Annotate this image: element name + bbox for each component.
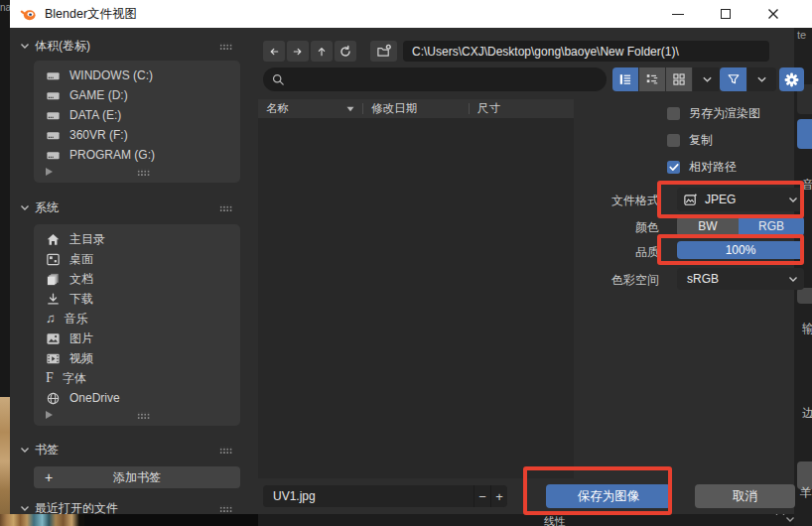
window-titlebar[interactable]: Blender文件视图 — [10, 0, 812, 28]
minimize-button[interactable] — [661, 0, 695, 28]
section-grip-handle[interactable] — [219, 505, 232, 512]
filter-button[interactable] — [720, 67, 746, 91]
checkbox-unchecked[interactable] — [667, 134, 680, 147]
volume-list-item[interactable]: DATA (E:) — [34, 105, 240, 125]
underlay-text-fragment: 输 — [802, 321, 812, 337]
detailed-list-icon — [645, 72, 659, 86]
navigation-button-group — [263, 41, 356, 62]
expand-more-icon[interactable] — [46, 411, 53, 419]
file-list-area[interactable] — [258, 118, 574, 478]
expand-more-icon[interactable] — [46, 168, 53, 176]
color-rgb-button[interactable]: RGB — [739, 216, 804, 236]
forward-button[interactable] — [287, 41, 309, 62]
view-vertical-list-button[interactable] — [612, 67, 638, 91]
image-format-icon — [683, 193, 698, 207]
chevron-down-icon — [788, 197, 798, 203]
maximize-button[interactable] — [709, 0, 743, 28]
file-format-dropdown[interactable]: JPEG — [677, 188, 804, 211]
system-list-item[interactable]: OneDrive — [34, 388, 240, 408]
system-list-item[interactable]: F 字体 — [34, 368, 240, 388]
filename-value: UV1.jpg — [273, 489, 316, 503]
system-list-item[interactable]: 主目录 — [34, 229, 240, 249]
create-new-directory-button[interactable] — [370, 41, 397, 62]
bookmarks-section-header[interactable]: 书签 — [10, 441, 238, 459]
view-detailed-list-button[interactable] — [639, 67, 665, 91]
system-list-item[interactable]: 图片 — [34, 329, 240, 348]
quality-slider[interactable]: 100% — [677, 241, 804, 259]
column-size[interactable]: 尺寸 — [477, 101, 500, 116]
volume-label: WINDOWS (C:) — [69, 68, 153, 82]
copy-option[interactable]: 复制 — [667, 132, 713, 149]
system-list-item[interactable]: 桌面 — [34, 249, 240, 269]
relative-path-option[interactable]: 相对路径 — [667, 159, 737, 176]
drive-icon — [46, 108, 61, 123]
recent-section-title: 最近打开的文件 — [35, 500, 118, 517]
section-grip-handle[interactable] — [219, 447, 232, 454]
volumes-section-header[interactable]: 体积(卷标) — [10, 37, 238, 55]
recent-section-header[interactable]: 最近打开的文件 — [10, 499, 238, 517]
system-item-label: 音乐 — [65, 311, 88, 328]
system-item-label: OneDrive — [69, 391, 120, 405]
add-bookmark-button[interactable]: + 添加书签 — [34, 466, 240, 488]
maximize-icon — [721, 9, 731, 19]
back-button[interactable] — [263, 41, 285, 62]
system-list-item[interactable]: 视频 — [34, 348, 240, 368]
volumes-list: WINDOWS (C:) GAME (D:) DATA (E:) 360VR (… — [34, 61, 240, 183]
onedrive-icon — [46, 391, 61, 406]
font-icon: F — [46, 371, 54, 385]
chevron-down-icon — [788, 276, 798, 283]
display-settings-dropdown[interactable] — [693, 67, 721, 91]
system-item-label: 字体 — [63, 370, 86, 387]
check-icon — [669, 163, 679, 172]
column-name[interactable]: 名称 — [266, 101, 289, 116]
view-thumbnails-button[interactable] — [666, 67, 692, 91]
bw-label: BW — [698, 219, 717, 233]
volume-label: DATA (E:) — [69, 108, 121, 122]
color-bw-button[interactable]: BW — [677, 216, 739, 236]
color-space-dropdown[interactable]: sRGB — [677, 268, 804, 290]
cancel-button[interactable]: 取消 — [695, 484, 795, 508]
system-list-item[interactable]: 下载 — [34, 289, 240, 309]
box-grip-handle[interactable] — [137, 169, 150, 176]
directory-path-field[interactable]: C:\Users\CXJ\Desktop\gong\baoye\New Fold… — [403, 41, 769, 62]
system-list-item[interactable]: 文档 — [34, 269, 240, 289]
drive-icon — [46, 88, 61, 103]
settings-button[interactable] — [779, 67, 804, 91]
color-space-label: 色彩空间 — [566, 272, 659, 289]
video-icon — [46, 351, 61, 366]
section-grip-handle[interactable] — [219, 43, 232, 50]
color-label: 颜色 — [566, 219, 659, 236]
home-icon — [46, 232, 61, 247]
increment-filename-button[interactable]: + — [490, 485, 507, 507]
checkbox-unchecked[interactable] — [667, 107, 680, 120]
system-list-item[interactable]: ♫ 音乐 — [34, 309, 240, 329]
checkbox-checked[interactable] — [667, 161, 680, 174]
decrement-filename-button[interactable]: − — [474, 485, 490, 507]
search-input[interactable] — [263, 67, 607, 91]
system-item-label: 视频 — [69, 350, 93, 367]
directory-path-text: C:\Users\CXJ\Desktop\gong\baoye\New Fold… — [412, 45, 679, 59]
refresh-icon — [338, 45, 352, 59]
section-grip-handle[interactable] — [219, 204, 232, 211]
volume-list-item[interactable]: WINDOWS (C:) — [34, 66, 240, 85]
refresh-button[interactable] — [335, 41, 356, 62]
filter-settings-dropdown[interactable] — [747, 67, 776, 91]
volumes-list-footer — [34, 165, 240, 179]
system-section-header[interactable]: 系统 — [10, 198, 238, 216]
save-as-render-option[interactable]: 另存为渲染图 — [667, 105, 760, 122]
volume-list-item[interactable]: PROGRAM (G:) — [34, 145, 240, 165]
sort-descending-icon[interactable] — [346, 106, 354, 112]
file-format-label: 文件格式 — [566, 193, 659, 209]
parent-directory-button[interactable] — [311, 41, 333, 62]
desktop-icon — [46, 252, 61, 267]
arrow-left-icon — [267, 46, 281, 58]
box-grip-handle[interactable] — [137, 412, 150, 419]
volume-list-item[interactable]: 360VR (F:) — [34, 125, 240, 145]
volume-label: 360VR (F:) — [69, 128, 128, 142]
column-date-modified[interactable]: 修改日期 — [371, 101, 417, 116]
close-button[interactable] — [756, 0, 790, 28]
filename-input[interactable]: UV1.jpg — [263, 485, 474, 507]
copy-label: 复制 — [689, 132, 713, 149]
save-as-image-button[interactable]: 保存为图像 — [546, 484, 671, 508]
volume-list-item[interactable]: GAME (D:) — [34, 85, 240, 105]
